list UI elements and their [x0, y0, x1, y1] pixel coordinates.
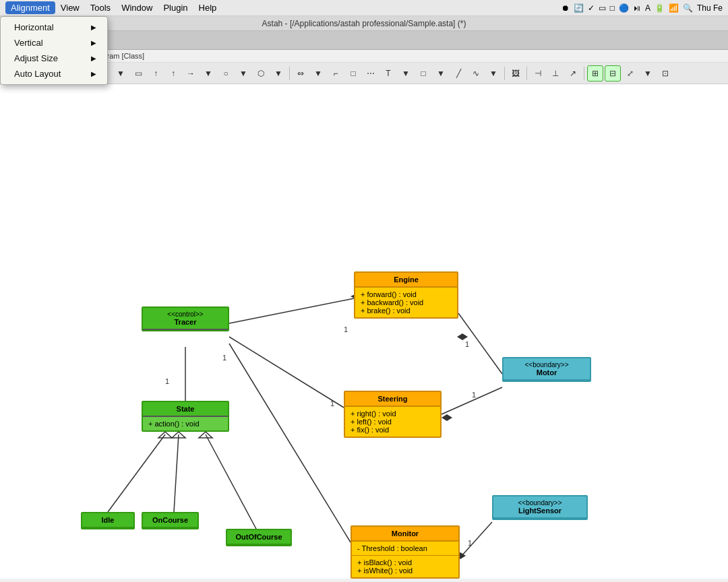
svg-line-20 — [174, 434, 179, 512]
class-lightsensor[interactable]: <<boundary>> LightSensor — [492, 495, 588, 520]
class-monitor[interactable]: Monitor - Threshold : boolean + isBlack(… — [351, 525, 460, 579]
menu-alignment[interactable]: Alignment — [5, 1, 55, 14]
svg-line-0 — [229, 298, 354, 323]
grid-tool[interactable]: ⊞ — [587, 65, 603, 82]
menu-tools[interactable]: Tools — [85, 1, 116, 14]
line2-tool[interactable]: ▼ — [113, 65, 129, 82]
connect-tool[interactable]: ⇔ — [293, 65, 309, 82]
class-monitor-body: - Threshold : boolean — [352, 542, 458, 556]
class-state[interactable]: State + action() : void — [142, 401, 229, 432]
svg-text:1: 1 — [165, 377, 169, 385]
connections-svg: 1 1 1 1 1 1 1 1 — [0, 84, 728, 579]
chevron-right-icon: ▶ — [91, 55, 96, 62]
class-state-body: + action() : void — [143, 417, 228, 430]
class-oncourse[interactable]: OnCourse — [142, 512, 199, 529]
idle-name: Idle — [88, 516, 128, 524]
align-v-tool[interactable]: ⊥ — [547, 65, 564, 82]
monitor-name: Monitor — [357, 529, 453, 538]
alignment-dropdown: Horizontal ▶ Vertical ▶ Adjust Size ▶ Au… — [0, 16, 108, 85]
svg-line-16 — [462, 522, 492, 556]
class-motor-header: <<boundary>> Motor — [504, 358, 590, 381]
tracer-name: Tracer — [148, 318, 222, 326]
diagram-canvas[interactable]: 1 1 1 1 1 1 1 1 — [0, 84, 728, 579]
align-h-tool[interactable]: ⊣ — [530, 65, 546, 82]
lightsensor-name: LightSensor — [499, 507, 581, 515]
chevron-right-icon: ▶ — [91, 70, 96, 77]
menubar-right-icons: ⏺🔄✓▭□🔵⏯A🔋📶🔍Thu Fe — [562, 3, 723, 13]
diag-tool[interactable]: ╱ — [450, 65, 466, 82]
zoom-drop[interactable]: ▼ — [640, 65, 656, 82]
monitor-method-2: + isWhite() : void — [357, 567, 453, 575]
class-motor[interactable]: <<boundary>> Motor — [502, 357, 591, 382]
arrow-drop[interactable]: ▼ — [200, 65, 216, 82]
arrow2-tool[interactable]: ↗ — [565, 65, 581, 82]
svg-line-14 — [442, 387, 502, 414]
steering-method-2: + left() : void — [351, 418, 435, 426]
svg-text:1: 1 — [465, 340, 469, 348]
class-steering[interactable]: Steering + right() : void + left() : voi… — [344, 391, 442, 438]
text-drop[interactable]: ▼ — [398, 65, 414, 82]
svg-text:1: 1 — [330, 399, 334, 408]
curve-tool[interactable]: ∿ — [468, 65, 484, 82]
snap-tool[interactable]: ⊟ — [605, 65, 621, 82]
tabbar: Class Diagram × — [0, 31, 728, 50]
menu-auto-layout[interactable]: Auto Layout ▶ — [1, 66, 107, 82]
state-method-1: + action() : void — [148, 420, 222, 428]
svg-text:1: 1 — [344, 325, 348, 333]
up-tool[interactable]: ↑ — [148, 65, 164, 82]
zoom-tool[interactable]: ⤢ — [622, 65, 638, 82]
svg-marker-19 — [158, 432, 172, 438]
sep3 — [504, 67, 505, 80]
box-tool[interactable]: □ — [345, 65, 361, 82]
lightsensor-stereotype: <<boundary>> — [499, 499, 581, 507]
motor-name: Motor — [509, 368, 584, 377]
svg-marker-2 — [457, 333, 468, 340]
class-tracer-header: <<control>> Tracer — [143, 308, 228, 330]
image-tool[interactable]: 🖼 — [508, 65, 524, 82]
menu-window[interactable]: Window — [116, 1, 158, 14]
menu-plugin[interactable]: Plugin — [158, 1, 193, 14]
hex-tool[interactable]: ⬡ — [253, 65, 269, 82]
rect2-drop[interactable]: ▼ — [433, 65, 449, 82]
tracer-stereotype: <<control>> — [148, 311, 222, 318]
class-tracer[interactable]: <<control>> Tracer — [142, 306, 229, 331]
svg-marker-21 — [172, 432, 185, 438]
dash-tool[interactable]: ⋯ — [363, 65, 379, 82]
oncourse-name: OnCourse — [148, 516, 192, 524]
text-tool[interactable]: T — [380, 65, 396, 82]
menu-help[interactable]: Help — [193, 1, 222, 14]
curve-drop[interactable]: ▼ — [485, 65, 502, 82]
class-state-header: State — [143, 402, 228, 417]
sep2 — [289, 67, 290, 80]
app-title: Astah - [/Applications/astah professiona… — [262, 19, 466, 28]
class-engine[interactable]: Engine + forward() : void + backward() :… — [354, 271, 458, 319]
circle-drop[interactable]: ▼ — [235, 65, 251, 82]
menu-view[interactable]: View — [55, 1, 85, 14]
circle-tool[interactable]: ○ — [218, 65, 234, 82]
engine-method-1: + forward() : void — [361, 290, 452, 298]
hex-drop[interactable]: ▼ — [270, 65, 286, 82]
class-engine-header: Engine — [355, 273, 457, 288]
menu-adjust-size[interactable]: Adjust Size ▶ — [1, 51, 107, 66]
menu-horizontal[interactable]: Horizontal ▶ — [1, 20, 107, 35]
class-steering-header: Steering — [345, 392, 440, 407]
class-outofcourse[interactable]: OutOfCourse — [226, 529, 292, 546]
class-outofcourse-header: OutOfCourse — [227, 530, 291, 545]
arrow-tool[interactable]: → — [183, 65, 199, 82]
engine-method-2: + backward() : void — [361, 298, 452, 306]
steering-name: Steering — [351, 395, 435, 403]
fit-tool[interactable]: ⊡ — [657, 65, 673, 82]
rect2-tool[interactable]: □ — [415, 65, 431, 82]
breadcrumb: Class Diagram / Class Diagram [Class] — [0, 50, 728, 63]
motor-stereotype: <<boundary>> — [509, 361, 584, 368]
class-idle-header: Idle — [82, 513, 133, 528]
class-monitor-methods: + isBlack() : void + isWhite() : void — [352, 556, 458, 577]
class-idle[interactable]: Idle — [81, 512, 135, 529]
engine-name: Engine — [361, 276, 452, 284]
outofcourse-name: OutOfCourse — [233, 533, 285, 541]
anchor-tool[interactable]: ⌐ — [328, 65, 344, 82]
connect-drop[interactable]: ▼ — [310, 65, 326, 82]
menu-vertical[interactable]: Vertical ▶ — [1, 35, 107, 51]
up2-tool[interactable]: ↑ — [165, 65, 181, 82]
rect-tool[interactable]: ▭ — [130, 65, 146, 82]
